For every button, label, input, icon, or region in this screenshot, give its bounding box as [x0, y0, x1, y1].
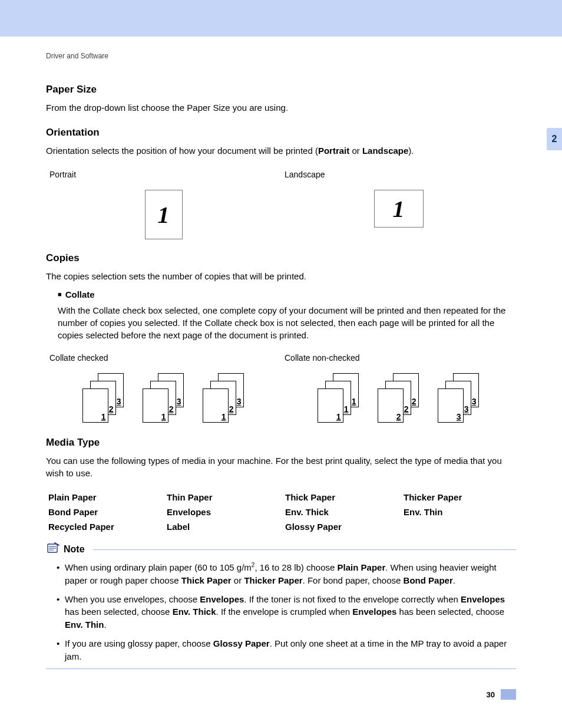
- t: Envelopes: [461, 594, 505, 604]
- sheet: 1: [143, 388, 168, 423]
- orientation-bold-landscape: Landscape: [362, 146, 408, 156]
- landscape-thumb: 1: [374, 190, 424, 228]
- orientation-post: ).: [408, 146, 414, 156]
- page-footer: 30: [46, 689, 516, 700]
- collate-text: With the Collate check box selected, one…: [58, 304, 516, 341]
- sheet-number: 2: [396, 412, 401, 421]
- portrait-thumb: 1: [145, 190, 183, 239]
- sheet: 1: [82, 388, 108, 423]
- collate-heading: Collate: [58, 289, 516, 299]
- t: If you are using glossy paper, choose: [65, 638, 213, 648]
- top-header-bar: [0, 0, 562, 37]
- t: Glossy Paper: [213, 638, 270, 648]
- page-stack: 111: [318, 373, 360, 423]
- note-list: When using ordinary plain paper (60 to 1…: [46, 561, 516, 663]
- t: When using ordinary plain paper (60 to 1…: [65, 562, 252, 572]
- t: Thicker Paper: [244, 575, 302, 585]
- t: Thick Paper: [181, 575, 232, 585]
- sheet: 2: [378, 388, 404, 423]
- sheet-number: 1: [161, 412, 166, 421]
- sheet-number: 3: [177, 397, 181, 406]
- media-item: Thin Paper: [167, 492, 279, 502]
- sheet-number: 3: [237, 397, 242, 406]
- page-stack: 222: [378, 373, 420, 423]
- chapter-tab: 2: [547, 128, 562, 150]
- sheet: 3: [438, 388, 464, 423]
- orientation-bold-portrait: Portrait: [318, 146, 349, 156]
- media-item: Bond Paper: [48, 507, 161, 517]
- t: Envelopes: [200, 594, 244, 604]
- t: , 16 to 28 lb) choose: [254, 562, 337, 572]
- collate-checked-label: Collate checked: [49, 353, 281, 363]
- media-item: Thicker Paper: [404, 492, 516, 502]
- note-heading-text: Note: [64, 544, 85, 555]
- orientation-heading: Orientation: [46, 127, 516, 139]
- media-item: Env. Thin: [404, 507, 516, 517]
- sheet-number: 3: [457, 412, 461, 421]
- sheet-number: 3: [472, 397, 477, 406]
- collate-checked-set: 321321321: [46, 373, 281, 423]
- note-rule-top: [93, 549, 516, 550]
- note-item-3: If you are using glossy paper, choose Gl…: [57, 637, 516, 663]
- sheet: 1: [203, 388, 229, 423]
- sheet-number: 1: [101, 412, 106, 421]
- t: Env. Thin: [65, 620, 104, 630]
- copies-heading: Copies: [46, 252, 516, 264]
- t: Plain Paper: [338, 562, 386, 572]
- note-header: Note: [46, 542, 516, 556]
- sheet-number: 2: [229, 404, 234, 414]
- t: Bond Paper: [404, 575, 453, 585]
- sheet-number: 2: [412, 397, 416, 406]
- paper-size-heading: Paper Size: [46, 84, 516, 95]
- t: .: [104, 620, 106, 630]
- sheet-number: 3: [464, 404, 469, 414]
- media-item: Thick Paper: [285, 492, 398, 502]
- media-item: Label: [167, 522, 279, 532]
- page-number: 30: [487, 690, 495, 699]
- sheet-number: 3: [117, 397, 121, 406]
- media-item: Recycled Paper: [48, 522, 161, 532]
- collate-nonchecked-label: Collate non-checked: [285, 353, 516, 363]
- page-content: 2 Driver and Software Paper Size From th…: [0, 37, 562, 717]
- sheet-number: 1: [344, 404, 349, 414]
- t: or: [232, 575, 244, 585]
- t: .: [453, 575, 455, 585]
- orientation-figures: Portrait 1 Landscape 1: [46, 170, 516, 239]
- note-icon: [46, 542, 60, 556]
- page-stack: 333: [438, 373, 480, 423]
- page-stack: 321: [203, 373, 245, 423]
- collate-figures: Collate checked 321321321 Collate non-ch…: [46, 353, 516, 423]
- sheet-number: 2: [109, 404, 114, 414]
- t: When you use envelopes, choose: [65, 594, 200, 604]
- note-item-1: When using ordinary plain paper (60 to 1…: [57, 561, 516, 587]
- orientation-mid: or: [349, 146, 362, 156]
- portrait-label: Portrait: [49, 170, 281, 179]
- t: . For bond paper, choose: [303, 575, 404, 585]
- breadcrumb: Driver and Software: [46, 52, 516, 60]
- note-item-2: When you use envelopes, choose Envelopes…: [57, 593, 516, 631]
- sheet-number: 2: [169, 404, 174, 414]
- orientation-text: Orientation selects the position of how …: [46, 144, 516, 157]
- sheet-number: 1: [352, 397, 356, 406]
- sheet-number: 1: [222, 412, 226, 421]
- footer-box: [501, 689, 516, 700]
- collate-nonchecked-set: 111222333: [281, 373, 516, 423]
- t: Env. Thick: [173, 607, 216, 617]
- media-item: Env. Thick: [285, 507, 398, 517]
- landscape-label: Landscape: [285, 170, 516, 179]
- copies-text: The copies selection sets the number of …: [46, 270, 516, 282]
- media-item: Glossy Paper: [285, 522, 398, 532]
- media-item: Plain Paper: [48, 492, 161, 502]
- media-grid: Plain PaperThin PaperThick PaperThicker …: [48, 492, 516, 532]
- media-heading: Media Type: [46, 437, 516, 449]
- note-rule-bottom: [46, 668, 516, 669]
- page-stack: 321: [143, 373, 185, 423]
- t: Envelopes: [352, 607, 396, 617]
- collate-section: Collate With the Collate check box selec…: [58, 289, 516, 341]
- sheet-number: 1: [336, 412, 341, 421]
- t: has been selected, choose: [396, 607, 504, 617]
- media-item: Envelopes: [167, 507, 279, 517]
- media-text: You can use the following types of media…: [46, 454, 516, 479]
- page-stack: 321: [82, 373, 125, 423]
- sheet-number: 2: [404, 404, 409, 414]
